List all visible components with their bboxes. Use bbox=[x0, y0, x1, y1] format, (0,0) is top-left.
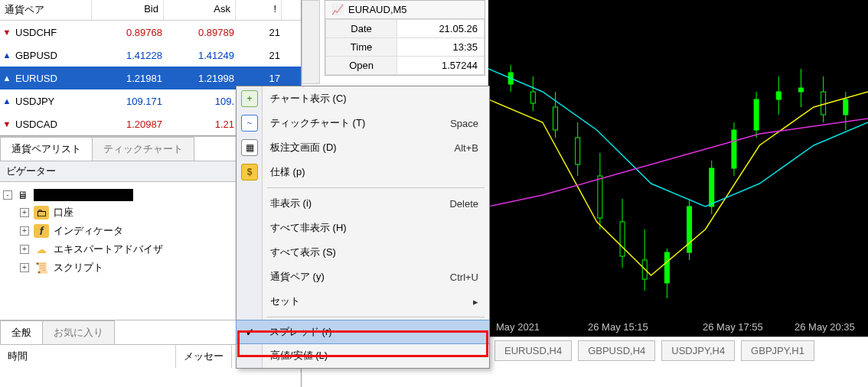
svg-rect-30 bbox=[821, 92, 826, 115]
chart-canvas: May 2021 26 May 15:15 26 May 17:55 26 Ma… bbox=[488, 0, 868, 337]
chart-tab[interactable]: GBPUSD,H4 bbox=[578, 340, 655, 361]
svg-rect-26 bbox=[776, 92, 781, 99]
quote-row[interactable]: ▼ USDCHF 0.89768 0.89789 21 bbox=[0, 21, 301, 44]
svg-rect-10 bbox=[598, 176, 602, 218]
folder-icon: 🗀 bbox=[34, 206, 49, 220]
quote-ask: 1.21 bbox=[162, 119, 234, 130]
quote-symbol: USDCAD bbox=[14, 119, 90, 130]
menu-accel: Ctrl+U bbox=[450, 272, 478, 283]
col-symbol[interactable]: 通貨ペア bbox=[0, 0, 92, 20]
menu-set[interactable]: セット ▸ bbox=[237, 289, 489, 314]
menu-high-low[interactable]: 高値/安値 (L) bbox=[237, 343, 489, 368]
x-tick: 26 May 15:15 bbox=[588, 321, 648, 333]
tree-label: 口座 bbox=[54, 206, 73, 220]
dw-open-value: 1.57244 bbox=[397, 57, 485, 75]
quotes-header-row: 通貨ペア Bid Ask ! bbox=[0, 0, 301, 21]
data-window-table: Date 21.05.26 Time 13:35 Open 1.57244 bbox=[325, 19, 485, 75]
price-chart[interactable]: May 2021 26 May 15:15 26 May 17:55 26 Ma… bbox=[488, 0, 868, 337]
svg-rect-12 bbox=[620, 222, 625, 256]
quote-bid: 1.41228 bbox=[90, 50, 162, 61]
menu-hide-all[interactable]: すべて非表示 (H) bbox=[237, 216, 489, 240]
quote-bid: 1.20987 bbox=[90, 119, 162, 130]
scrollbar[interactable] bbox=[302, 0, 320, 84]
tab-tick-chart[interactable]: ティックチャート bbox=[92, 137, 194, 161]
chart-tab[interactable]: EURUSD,H4 bbox=[494, 340, 572, 361]
svg-rect-16 bbox=[664, 252, 669, 283]
data-row: Time 13:35 bbox=[326, 38, 485, 57]
quote-spread: 21 bbox=[234, 27, 280, 38]
arrow-up-icon: ▲ bbox=[0, 50, 14, 60]
tree-expand-icon[interactable]: + bbox=[20, 245, 29, 254]
indicator-icon: f bbox=[34, 224, 49, 238]
data-window-symbol: EURAUD,M5 bbox=[348, 4, 407, 15]
arrow-down-icon: ▼ bbox=[0, 119, 14, 128]
svg-rect-28 bbox=[798, 88, 803, 92]
menu-tick-chart[interactable]: ~ ティックチャート (T) Space bbox=[237, 111, 489, 135]
svg-rect-6 bbox=[553, 107, 558, 130]
menu-spec[interactable]: $ 仕様 (p) bbox=[237, 160, 489, 184]
menu-label: 板注文画面 (D) bbox=[270, 141, 455, 154]
menu-label: すべて非表示 (H) bbox=[270, 221, 478, 235]
menu-label: スプレッド (r) bbox=[269, 325, 479, 339]
arrow-down-icon: ▼ bbox=[0, 28, 14, 37]
tab-symbol-list[interactable]: 通貨ペアリスト bbox=[0, 137, 93, 161]
spec-icon: $ bbox=[241, 164, 258, 180]
menu-accel: Alt+B bbox=[455, 142, 478, 154]
menu-hide[interactable]: 非表示 (i) Delete bbox=[237, 191, 489, 216]
dw-open-label: Open bbox=[326, 57, 397, 75]
tree-label: エキスパートアドバイザ bbox=[54, 242, 163, 256]
svg-rect-18 bbox=[687, 207, 692, 252]
tree-collapse-icon[interactable]: - bbox=[3, 190, 12, 200]
col-time[interactable]: 時間 bbox=[0, 345, 176, 368]
col-ask[interactable]: Ask bbox=[164, 0, 236, 20]
dw-time-label: Time bbox=[326, 38, 397, 57]
menu-spread[interactable]: スプレッド (r) bbox=[236, 320, 490, 344]
data-window: 📈 EURAUD,M5 Date 21.05.26 Time 13:35 Ope… bbox=[325, 0, 485, 76]
menu-label: 高値/安値 (L) bbox=[270, 349, 478, 363]
dw-date-label: Date bbox=[326, 20, 397, 38]
col-spread[interactable]: ! bbox=[236, 0, 282, 20]
menu-label: セット bbox=[270, 294, 473, 308]
svg-rect-32 bbox=[844, 99, 848, 115]
menu-label: 非表示 (i) bbox=[270, 197, 449, 210]
menu-separator bbox=[267, 317, 485, 317]
tree-label: インディケータ bbox=[54, 224, 123, 238]
arrow-up-icon: ▲ bbox=[0, 73, 14, 83]
quote-row[interactable]: ▲ GBPUSD 1.41228 1.41249 21 bbox=[0, 44, 301, 67]
quote-ask: 1.21998 bbox=[162, 73, 234, 84]
tree-label: スクリプト bbox=[54, 261, 103, 275]
tree-expand-icon[interactable]: + bbox=[20, 226, 29, 236]
chart-tab[interactable]: GBPJPY,H1 bbox=[741, 340, 814, 361]
menu-symbols[interactable]: 通貨ペア (y) Ctrl+U bbox=[237, 265, 489, 289]
menu-chart-window[interactable]: + チャート表示 (C) bbox=[237, 86, 489, 111]
menu-separator bbox=[267, 187, 485, 188]
arrow-up-icon: ▲ bbox=[0, 96, 14, 106]
x-tick: May 2021 bbox=[496, 321, 540, 333]
menu-depth[interactable]: ▦ 板注文画面 (D) Alt+B bbox=[237, 135, 489, 160]
tick-chart-icon: ~ bbox=[241, 115, 258, 132]
tree-expand-icon[interactable]: + bbox=[20, 208, 29, 217]
svg-rect-8 bbox=[576, 138, 580, 164]
quote-spread: 17 bbox=[234, 73, 280, 84]
dw-time-value: 13:35 bbox=[397, 38, 485, 57]
x-tick: 26 May 17:55 bbox=[703, 321, 763, 333]
script-icon: 📜 bbox=[34, 261, 49, 275]
menu-label: 通貨ペア (y) bbox=[270, 270, 450, 284]
tab-favorites[interactable]: お気に入り bbox=[42, 320, 115, 344]
terminal-icon: 🖥 bbox=[15, 188, 31, 202]
dw-date-value: 21.05.26 bbox=[397, 20, 485, 38]
quote-symbol: GBPUSD bbox=[14, 50, 90, 61]
account-name-redacted bbox=[34, 189, 133, 201]
tab-general[interactable]: 全般 bbox=[0, 320, 43, 344]
tree-expand-icon[interactable]: + bbox=[20, 263, 29, 272]
submenu-arrow-icon: ▸ bbox=[473, 296, 478, 307]
svg-rect-4 bbox=[530, 92, 535, 103]
col-message[interactable]: メッセー bbox=[176, 345, 232, 368]
menu-accel: Delete bbox=[449, 198, 478, 210]
chart-tab[interactable]: USDJPY,H4 bbox=[661, 340, 735, 361]
menu-label: チャート表示 (C) bbox=[270, 92, 478, 106]
menu-show-all[interactable]: すべて表示 (S) bbox=[237, 240, 489, 265]
col-bid[interactable]: Bid bbox=[92, 0, 164, 20]
svg-rect-0 bbox=[488, 0, 868, 337]
data-row: Date 21.05.26 bbox=[326, 20, 485, 38]
